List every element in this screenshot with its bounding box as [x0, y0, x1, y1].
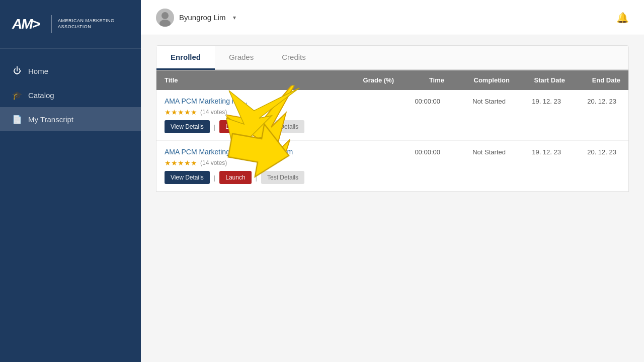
time-cell-2: 00:00:00: [394, 148, 444, 156]
stars-2: ★★★★★: [165, 159, 197, 167]
tabs-container: Enrolled Grades Credits: [156, 45, 629, 70]
end-date-cell-2: 20. 12. 23: [565, 148, 620, 156]
sidebar-nav: ⏻ Home 🎓 Catalog 📄 My Transcript: [0, 49, 141, 141]
view-details-button-2[interactable]: View Details: [165, 171, 210, 184]
sidebar-item-label-home: Home: [28, 67, 48, 75]
logo-mark: AM>: [12, 16, 39, 32]
sidebar: AM> AMERICAN MARKETING ASSOCIATION ⏻ Hom…: [0, 0, 141, 362]
sidebar-item-label-catalog: Catalog: [28, 91, 54, 100]
transcript-icon: 📄: [12, 114, 22, 124]
catalog-icon: 🎓: [12, 90, 22, 100]
col-end-date: End Date: [565, 76, 620, 84]
content-area: Enrolled Grades Credits Title Grade (%) …: [141, 35, 644, 362]
logo-text: AMERICAN MARKETING ASSOCIATION: [58, 18, 115, 30]
col-time: Time: [394, 76, 444, 84]
test-details-button-2[interactable]: Test Details: [261, 171, 304, 184]
launch-button-1[interactable]: Launch: [219, 120, 251, 133]
launch-button-2[interactable]: Launch: [219, 171, 251, 184]
completion-cell-1: Not Started: [444, 98, 510, 105]
separator-1a: |: [214, 123, 215, 131]
sidebar-item-catalog[interactable]: 🎓 Catalog: [0, 83, 141, 107]
separator-2b: |: [256, 174, 257, 182]
separator-1b: |: [256, 123, 257, 131]
header: Byungrog Lim ▾ 🔔: [141, 0, 644, 35]
home-icon: ⏻: [12, 66, 22, 76]
course-title-1[interactable]: AMA PCM Marketing Ma...: [165, 97, 334, 105]
course-row-top-2: AMA PCM Marketing Management Exam 00:00:…: [165, 148, 620, 156]
courses-table: Title Grade (%) Time Completion Start Da…: [156, 70, 629, 192]
logo-divider: [51, 15, 52, 33]
stars-1: ★★★★★: [165, 108, 197, 116]
course-actions-2: View Details | Launch | Test Details: [165, 171, 620, 184]
col-grade: Grade (%): [334, 76, 394, 84]
tab-credits[interactable]: Credits: [268, 46, 320, 70]
course-meta-1: ★★★★★ (14 votes): [165, 108, 620, 116]
table-row: AMA PCM Marketing Ma... 00:00:00 Not Sta…: [156, 90, 628, 141]
course-actions-1: View Details | Launch | Test Details: [165, 120, 620, 133]
sidebar-item-transcript[interactable]: 📄 My Transcript: [0, 107, 141, 131]
svg-point-1: [162, 12, 169, 19]
main-content: Byungrog Lim ▾ 🔔 Enrolled Grades Credits: [141, 0, 644, 362]
col-start-date: Start Date: [510, 76, 565, 84]
bell-icon[interactable]: 🔔: [616, 12, 629, 24]
completion-cell-2: Not Started: [444, 148, 510, 156]
sidebar-item-home[interactable]: ⏻ Home: [0, 59, 141, 83]
user-info[interactable]: Byungrog Lim ▾: [156, 9, 236, 27]
separator-2a: |: [214, 174, 215, 182]
tab-enrolled[interactable]: Enrolled: [156, 46, 215, 70]
table-wrapper: Enrolled Grades Credits Title Grade (%) …: [156, 45, 629, 192]
sidebar-logo: AM> AMERICAN MARKETING ASSOCIATION: [0, 0, 141, 49]
course-meta-2: ★★★★★ (14 votes): [165, 159, 620, 167]
tabs-header: Enrolled Grades Credits: [156, 46, 628, 70]
test-details-button-1[interactable]: Test Details: [261, 120, 304, 133]
view-details-button-1[interactable]: View Details: [165, 120, 210, 133]
votes-2: (14 votes): [200, 159, 227, 166]
user-name: Byungrog Lim: [179, 13, 226, 22]
sidebar-item-label-transcript: My Transcript: [28, 115, 73, 124]
course-row-top-1: AMA PCM Marketing Ma... 00:00:00 Not Sta…: [165, 97, 620, 105]
table-header: Title Grade (%) Time Completion Start Da…: [156, 70, 628, 90]
col-title: Title: [165, 76, 334, 84]
dropdown-arrow-icon: ▾: [233, 14, 236, 21]
start-date-cell-2: 19. 12. 23: [510, 148, 565, 156]
tab-grades[interactable]: Grades: [215, 46, 268, 70]
start-date-cell-1: 19. 12. 23: [510, 98, 565, 105]
votes-1: (14 votes): [200, 109, 227, 116]
col-completion: Completion: [444, 76, 510, 84]
end-date-cell-1: 20. 12. 23: [565, 98, 620, 105]
time-cell-1: 00:00:00: [394, 98, 444, 105]
course-title-2[interactable]: AMA PCM Marketing Management Exam: [165, 148, 334, 156]
avatar: [156, 9, 174, 27]
table-row: AMA PCM Marketing Management Exam 00:00:…: [156, 141, 628, 192]
